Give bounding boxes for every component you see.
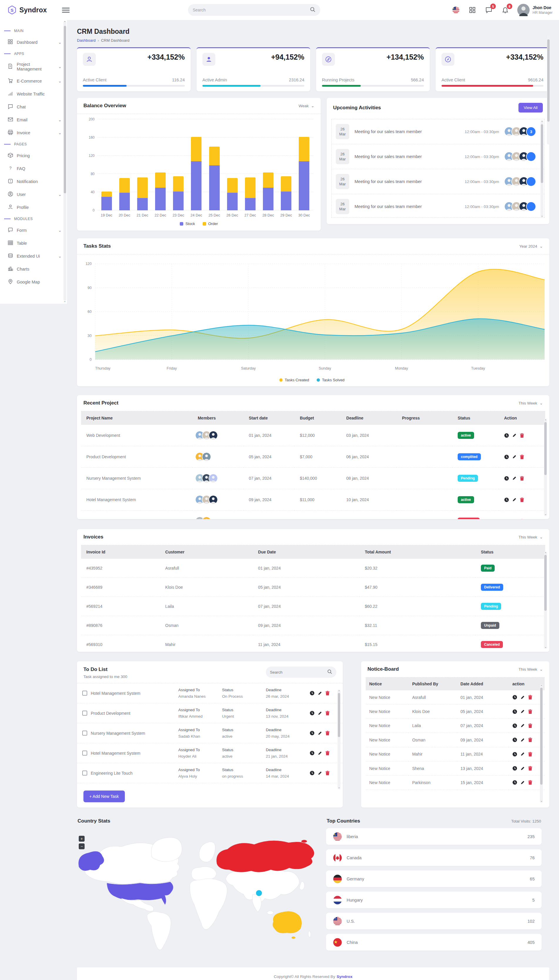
table-row[interactable]: New NoticeAsrafull01 jan, 2024: [366, 690, 545, 704]
sidebar-scroll-down-icon[interactable]: ⌄: [64, 299, 66, 302]
table-row[interactable]: Nursery Management System 07 jan, 2024$1…: [81, 468, 545, 489]
edit-icon[interactable]: [520, 752, 525, 757]
table-row[interactable]: #569214Laila07 jan, 2024$60.22 Pending: [81, 597, 545, 616]
search-icon[interactable]: [310, 7, 316, 13]
table-row[interactable]: #569310Mahir11 jan, 2024$15.15 Canceled: [81, 635, 545, 652]
edit-icon[interactable]: [318, 691, 322, 696]
bar-29-dec[interactable]: [281, 176, 291, 210]
bar-20-dec[interactable]: [119, 178, 130, 210]
table-row[interactable]: #346689Klois Doe05 jan, 2024$47.90 Deliv…: [81, 578, 545, 597]
tasks-period-select[interactable]: Year 2024 ⌄: [519, 244, 543, 248]
view-icon[interactable]: [504, 454, 509, 459]
bar-24-dec[interactable]: [191, 137, 202, 210]
footer-brand-link[interactable]: Syndrox: [337, 974, 352, 979]
sidebar-item-profile[interactable]: Profile: [0, 201, 67, 214]
activities-scrollbar[interactable]: [541, 120, 543, 218]
view-icon[interactable]: [512, 737, 517, 742]
map-marker-dot[interactable]: [256, 890, 262, 896]
delete-icon[interactable]: [519, 497, 524, 502]
table-row[interactable]: New NoticeOsman09 jan, 2024: [366, 733, 545, 747]
sidebar-item-e-commerce[interactable]: E-Commerce⌄: [0, 74, 67, 88]
delete-icon[interactable]: [325, 750, 330, 755]
invoices-scrollbar[interactable]: [544, 551, 547, 649]
table-row[interactable]: Hotel Management System 09 jan, 2024$11,…: [81, 489, 545, 511]
edit-icon[interactable]: [512, 519, 517, 519]
hamburger-icon[interactable]: [62, 7, 69, 14]
sidebar-item-chat[interactable]: Chat: [0, 101, 67, 113]
view-icon[interactable]: [504, 476, 509, 481]
sidebar-item-notification[interactable]: Notification: [0, 175, 67, 188]
activities-scroll-up-icon[interactable]: ⌃: [541, 121, 543, 124]
recent-project-scrollbar[interactable]: [544, 419, 547, 516]
add-new-task-button[interactable]: + Add New Task: [83, 790, 125, 802]
notice-scrollbar[interactable]: [540, 684, 543, 803]
todo-row[interactable]: Product DevelopmentAssigned ToIftikar Am…: [77, 703, 343, 723]
edit-icon[interactable]: [318, 751, 322, 755]
delete-icon[interactable]: [528, 780, 533, 785]
delete-icon[interactable]: [528, 766, 533, 771]
invoices-scroll-down-icon[interactable]: ⌄: [544, 645, 547, 648]
delete-icon[interactable]: [519, 454, 524, 459]
notice-period-select[interactable]: This Week⌄: [518, 667, 543, 671]
sidebar-item-dashboard[interactable]: Dashboard⌄: [0, 36, 67, 49]
task-checkbox[interactable]: [82, 770, 87, 775]
todo-row[interactable]: Hotel Management SystemAssigned ToAmanda…: [77, 683, 343, 703]
view-icon[interactable]: [309, 691, 314, 696]
edit-icon[interactable]: [520, 695, 525, 700]
sidebar-item-form[interactable]: Form⌄: [0, 224, 67, 237]
user-menu[interactable]: Jhon Doe HR Manager: [517, 4, 552, 16]
recent-project-scroll-down-icon[interactable]: ⌄: [544, 512, 547, 516]
table-row[interactable]: #435952Asrafull01 jan, 2024$20.32 Paid: [81, 559, 545, 578]
table-row[interactable]: New NoticeKlois Doe05 jan, 2024: [366, 704, 545, 719]
balance-period-select[interactable]: Weak ⌄: [298, 103, 314, 108]
edit-icon[interactable]: [520, 738, 525, 742]
notice-scroll-down-icon[interactable]: ⌄: [540, 799, 542, 802]
language-flag-icon[interactable]: [452, 6, 460, 14]
todo-row[interactable]: Hotel Management SystemAssigned ToHoyder…: [77, 743, 343, 763]
view-icon[interactable]: [309, 730, 314, 735]
view-icon[interactable]: [512, 723, 517, 728]
bar-21-dec[interactable]: [137, 177, 148, 210]
activities-scroll-down-icon[interactable]: ⌄: [541, 214, 543, 217]
country-row-canada[interactable]: Canada76: [326, 849, 542, 866]
bar-19-dec[interactable]: [101, 192, 112, 210]
delete-icon[interactable]: [528, 737, 533, 742]
edit-icon[interactable]: [512, 454, 517, 459]
activity-row[interactable]: 26MarMeeting for our sales team member12…: [332, 169, 544, 194]
activity-row[interactable]: 26MarMeeting for our sales team member12…: [332, 119, 544, 144]
bar-22-dec[interactable]: [155, 172, 166, 210]
delete-icon[interactable]: [528, 709, 533, 714]
delete-icon[interactable]: [528, 752, 533, 757]
todo-row[interactable]: Engineering Lite TouchAssigned ToAlyva H…: [77, 763, 343, 783]
invoices-scroll-up-icon[interactable]: ⌃: [544, 552, 547, 555]
bar-30-dec[interactable]: [299, 137, 309, 210]
global-search[interactable]: [188, 4, 320, 16]
task-checkbox[interactable]: [82, 711, 87, 716]
sidebar-scrollbar[interactable]: [63, 21, 66, 301]
delete-icon[interactable]: [325, 711, 330, 716]
table-row[interactable]: #890876Osman09 jan, 2024$32.11 Unpaid: [81, 616, 545, 635]
table-row[interactable]: Web Development 01 jan, 2024$12,00003 ja…: [81, 425, 545, 446]
sidebar-item-pricing[interactable]: Pricing: [0, 149, 67, 162]
view-icon[interactable]: [512, 709, 517, 714]
recent-project-period-select[interactable]: This Week⌄: [518, 401, 543, 405]
table-row[interactable]: Engineering Lite Touch 11 jan, 2024$12,0…: [81, 511, 545, 519]
table-row[interactable]: New NoticeMahir11 jan, 2024: [366, 747, 545, 761]
invoices-period-select[interactable]: This Week⌄: [518, 535, 543, 539]
sidebar-item-user[interactable]: User⌄: [0, 188, 67, 201]
sidebar-item-faq[interactable]: ?FAQ: [0, 162, 67, 175]
messages-icon[interactable]: 5: [485, 6, 493, 14]
sidebar-item-website-traffic[interactable]: Website Traffic: [0, 88, 67, 101]
edit-icon[interactable]: [520, 709, 525, 714]
bar-23-dec[interactable]: [173, 176, 184, 210]
view-icon[interactable]: [309, 770, 314, 775]
sidebar-item-project-management[interactable]: Project Management⌄: [0, 59, 67, 74]
delete-icon[interactable]: [325, 691, 330, 696]
view-icon[interactable]: [504, 497, 509, 502]
edit-icon[interactable]: [512, 433, 517, 438]
sidebar-item-invoice[interactable]: Invoice⌄: [0, 126, 67, 139]
activity-row[interactable]: 26MarMeeting for our sales team member12…: [332, 144, 544, 169]
bar-28-dec[interactable]: [263, 172, 273, 210]
view-icon[interactable]: [309, 750, 314, 755]
edit-icon[interactable]: [520, 766, 525, 771]
